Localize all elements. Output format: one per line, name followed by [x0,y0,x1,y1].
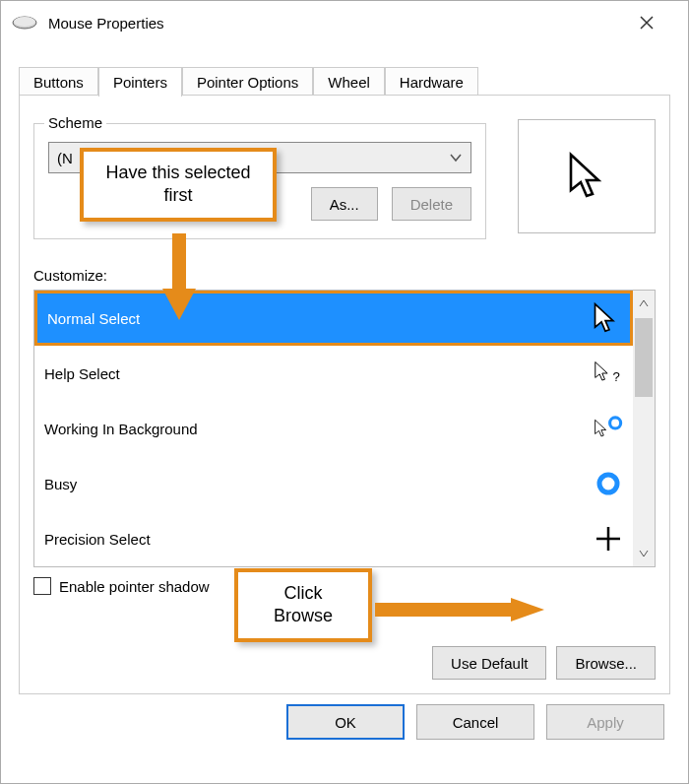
arrow-cursor-icon [591,303,620,333]
tab-wheel[interactable]: Wheel [313,67,385,97]
list-item-label: Precision Select [44,531,151,548]
list-item-precision-select[interactable]: Precision Select [34,511,633,566]
svg-point-3 [610,418,621,428]
mouse-icon [11,15,38,31]
mouse-properties-dialog: Mouse Properties Buttons Pointers Pointe… [0,0,689,784]
save-as-button[interactable]: As... [311,187,378,221]
tab-pointers[interactable]: Pointers [98,67,182,97]
precision-cursor-icon [594,524,623,554]
list-item-busy[interactable]: Busy [34,456,633,511]
ok-button[interactable]: OK [286,704,405,740]
tab-hardware[interactable]: Hardware [385,67,478,97]
cancel-button[interactable]: Cancel [416,704,534,740]
tab-buttons[interactable]: Buttons [19,67,98,97]
list-item-label: Normal Select [47,310,140,327]
working-cursor-icon [594,414,623,443]
scroll-thumb[interactable] [635,318,653,397]
help-cursor-icon: ? [594,359,623,388]
scroll-up-icon[interactable] [633,291,655,316]
scheme-selected: (N [57,150,73,166]
delete-button[interactable]: Delete [392,187,471,221]
callout-select-first: Have this selected first [80,148,277,222]
chevron-down-icon [449,153,463,163]
apply-button[interactable]: Apply [546,704,664,740]
listbox-scrollbar[interactable] [633,291,655,566]
svg-text:?: ? [612,369,619,384]
use-default-button[interactable]: Use Default [432,646,546,680]
list-item-label: Busy [44,476,77,492]
scheme-legend: Scheme [44,114,106,131]
list-item-label: Working In Background [44,421,198,437]
svg-point-1 [14,17,35,27]
busy-cursor-icon [594,469,623,498]
list-item-label: Help Select [44,365,120,382]
list-item-working-background[interactable]: Working In Background [34,401,633,456]
list-item-help-select[interactable]: Help Select ? [34,346,633,401]
callout-click-browse: Click Browse [234,568,372,642]
dialog-footer: OK Cancel Apply [1,694,688,750]
browse-button[interactable]: Browse... [556,646,656,680]
shadow-label: Enable pointer shadow [59,578,210,595]
tabs: Buttons Pointers Pointer Options Wheel H… [1,62,688,96]
scroll-down-icon[interactable] [633,541,655,566]
arrow-cursor-icon [565,151,608,202]
svg-point-4 [599,475,617,492]
shadow-checkbox[interactable] [33,577,51,595]
customize-label: Customize: [33,267,656,284]
arrow-annotation-icon [155,229,204,328]
tab-pointer-options[interactable]: Pointer Options [182,67,313,97]
close-button[interactable] [639,15,678,31]
arrow-annotation-icon [371,596,548,623]
list-item-normal-select[interactable]: Normal Select [34,291,633,346]
cursor-preview [518,119,656,233]
cursor-listbox: Normal Select Help Select ? Work [33,290,656,567]
window-title: Mouse Properties [48,15,639,32]
titlebar: Mouse Properties [1,1,688,44]
